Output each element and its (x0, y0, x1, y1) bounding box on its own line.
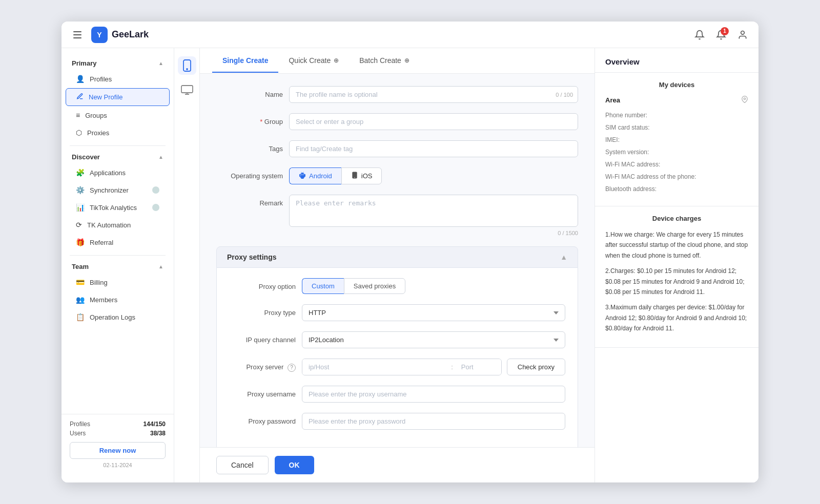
svg-point-9 (744, 98, 746, 100)
proxy-type-label: Proxy type (229, 304, 296, 317)
new-profile-icon (76, 93, 84, 101)
sidebar-item-applications[interactable]: 🧩 Applications (66, 164, 170, 181)
tiktok-analytics-icon: 📊 (76, 203, 85, 212)
area-label: Area (605, 96, 620, 104)
sidebar-item-new-profile-label: New Profile (89, 93, 122, 101)
form-panel: Single Create Quick Create ⊕ Batch Creat… (200, 48, 594, 482)
phone-number-label: Phone number: (605, 112, 647, 119)
chevron-up-icon: ▲ (158, 60, 163, 66)
proxy-settings-section-header[interactable]: Proxy settings ▲ (216, 246, 578, 268)
cancel-button[interactable]: Cancel (216, 456, 269, 474)
sidebar-item-tiktok-analytics[interactable]: 📊 TikTok Analytics (66, 199, 170, 216)
sidebar-item-profiles[interactable]: 👤 Profiles (66, 71, 170, 87)
app-window: Y GeeLark 1 (61, 22, 758, 482)
proxy-username-control (302, 386, 565, 403)
proxy-type-select[interactable]: HTTP HTTPS SOCKS5 (302, 304, 565, 321)
notification-bell-outline-icon[interactable] (694, 29, 705, 40)
tab-quick-create[interactable]: Quick Create ⊕ (278, 49, 349, 73)
imei-row: IMEI: (605, 136, 748, 143)
overview-area-row: Area (605, 96, 748, 104)
proxy-separator: : (449, 359, 455, 375)
proxy-password-label: Proxy password (229, 413, 296, 425)
sidebar-item-tk-automation[interactable]: ⟳ TK Automation (66, 217, 170, 233)
proxy-option-saved-button[interactable]: Saved proxies (344, 278, 405, 294)
sidebar-toggle-icon[interactable] (72, 29, 83, 40)
ip-query-select[interactable]: IP2Location ipinfo.io (302, 331, 565, 348)
proxy-option-buttons: Custom Saved proxies (302, 278, 565, 294)
sidebar-item-members[interactable]: 👥 Members (66, 291, 170, 308)
sidebar-item-operation-logs[interactable]: 📋 Operation Logs (66, 309, 170, 325)
device-tab-mobile[interactable] (178, 56, 196, 75)
overview-title: Overview (595, 48, 758, 73)
sidebar-item-referral[interactable]: 🎁 Referral (66, 234, 170, 250)
os-ios-label: iOS (361, 172, 373, 180)
billing-icon: 💳 (76, 278, 85, 286)
proxy-port-input[interactable] (455, 359, 501, 375)
svg-rect-6 (181, 86, 193, 93)
name-label: Name (216, 86, 283, 98)
sidebar-item-new-profile[interactable]: New Profile (66, 88, 170, 106)
sidebar-item-proxies-label: Proxies (87, 129, 109, 137)
sidebar-section-primary[interactable]: Primary ▲ (61, 56, 174, 70)
proxy-server-help-icon[interactable]: ? (288, 364, 296, 372)
profiles-icon: 👤 (76, 75, 85, 83)
group-input[interactable] (289, 113, 578, 130)
tab-single-create[interactable]: Single Create (212, 49, 278, 73)
wifi-mac-phone-label: Wi-Fi MAC address of the phone: (605, 173, 696, 180)
device-tab-desktop[interactable] (178, 81, 196, 99)
logo-text: GeeLark (112, 29, 149, 40)
sidebar-item-proxies[interactable]: ⬡ Proxies (66, 124, 170, 141)
remark-textarea[interactable] (289, 195, 578, 227)
check-proxy-button[interactable]: Check proxy (507, 359, 565, 375)
form-row-os: Operating system Android (216, 167, 578, 184)
sidebar-item-members-label: Members (90, 296, 117, 304)
sidebar-discover-label: Discover (72, 153, 100, 161)
sidebar-item-tk-automation-label: TK Automation (87, 221, 131, 229)
remark-control: 0 / 1500 (289, 195, 578, 236)
ok-button[interactable]: OK (275, 456, 314, 474)
tags-label: Tags (216, 140, 283, 153)
sidebar-team-label: Team (72, 263, 89, 270)
applications-icon: 🧩 (76, 169, 85, 177)
sim-status-label: SIM card status: (605, 124, 650, 131)
proxy-option-custom-button[interactable]: Custom (302, 278, 344, 294)
proxy-type-control: HTTP HTTPS SOCKS5 (302, 304, 565, 321)
proxy-username-input[interactable] (302, 386, 565, 403)
svg-point-5 (187, 69, 188, 70)
proxy-password-input[interactable] (302, 413, 565, 430)
name-input[interactable] (289, 86, 578, 103)
sidebar-item-billing[interactable]: 💳 Billing (66, 274, 170, 290)
renew-now-button[interactable]: Renew now (70, 442, 166, 459)
os-android-button[interactable]: Android (289, 167, 341, 184)
form-row-tags: Tags (216, 140, 578, 157)
sidebar-item-profiles-label: Profiles (90, 75, 112, 83)
proxy-settings-label: Proxy settings (227, 253, 276, 261)
profiles-stat-value: 144/150 (144, 421, 166, 428)
tags-input[interactable] (289, 140, 578, 157)
proxy-host-input[interactable] (302, 359, 449, 375)
sidebar-section-discover[interactable]: Discover ▲ (61, 150, 174, 164)
group-control (289, 113, 578, 130)
sidebar-item-synchronizer-label: Synchronizer (90, 186, 129, 194)
form-footer: Cancel OK (200, 447, 594, 482)
sidebar-item-groups[interactable]: ≡ Groups (66, 107, 170, 123)
sidebar-section-team[interactable]: Team ▲ (61, 260, 174, 274)
imei-label: IMEI: (605, 136, 620, 143)
sidebar: Primary ▲ 👤 Profiles New Profile ≡ Group… (61, 48, 174, 482)
sidebar-primary-label: Primary (72, 59, 96, 67)
notification-bell-icon[interactable]: 1 (715, 29, 727, 40)
charge-info-2: 2.Charges: $0.10 per 15 minutes for Andr… (605, 266, 748, 297)
os-ios-button[interactable]: iOS (341, 167, 382, 184)
form-row-ip-query: IP query channel IP2Location ipinfo.io (229, 331, 565, 348)
form-row-name: Name 0 / 100 (216, 86, 578, 103)
svg-point-3 (741, 31, 745, 34)
sidebar-item-tiktok-analytics-label: TikTok Analytics (90, 204, 137, 212)
sidebar-item-synchronizer[interactable]: ⚙️ Synchronizer (66, 182, 170, 198)
form-row-group: Group (216, 113, 578, 130)
sidebar-item-groups-label: Groups (85, 112, 107, 119)
svg-rect-1 (73, 34, 81, 35)
sidebar-item-referral-label: Referral (90, 239, 113, 246)
user-avatar-icon[interactable] (737, 29, 748, 40)
tab-batch-create[interactable]: Batch Create ⊕ (349, 49, 420, 73)
titlebar-actions: 1 (694, 29, 748, 40)
